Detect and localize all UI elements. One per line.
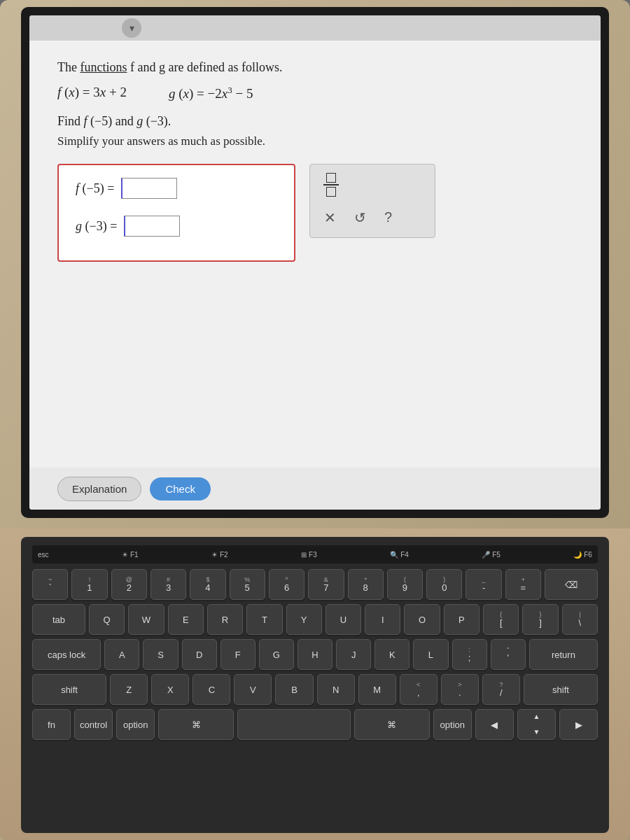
touch-bar: esc ☀ F1 ☀ F2 ⊞ F3 🔍 F4 🎤 F5 🌙 F6: [32, 545, 598, 564]
f1-touch: ☀ F1: [122, 551, 138, 559]
undo-button[interactable]: ↺: [351, 206, 369, 229]
key-caps[interactable]: caps lock: [32, 639, 101, 670]
key-n[interactable]: N: [317, 674, 355, 705]
symbol-panel: ✕ ↺ ?: [309, 164, 435, 238]
functions-link[interactable]: functions: [80, 60, 127, 74]
key-w[interactable]: W: [128, 604, 164, 635]
f-definition: f (x) = 3x + 2: [57, 85, 127, 102]
key-option-right[interactable]: option: [433, 709, 472, 740]
key-o[interactable]: O: [404, 604, 440, 635]
key-0[interactable]: ) 0: [426, 569, 462, 600]
key-v[interactable]: V: [234, 674, 272, 705]
answer-input-box: f (−5) = g (−3) =: [57, 164, 295, 262]
key-return[interactable]: return: [529, 639, 598, 670]
key-space[interactable]: [237, 709, 350, 740]
key-t[interactable]: T: [246, 604, 282, 635]
key-arrow-left[interactable]: ◀: [475, 709, 514, 740]
functions-definition: f (x) = 3x + 2 g (x) = −2x3 − 5: [57, 85, 573, 102]
key-4[interactable]: $ 4: [190, 569, 225, 600]
keyboard-area: esc ☀ F1 ☀ F2 ⊞ F3 🔍 F4 🎤 F5 🌙 F6 ~ ` ! …: [0, 528, 630, 840]
key-arrow-right[interactable]: ▶: [559, 709, 598, 740]
key-j[interactable]: J: [336, 639, 371, 670]
key-control[interactable]: control: [74, 709, 113, 740]
key-8[interactable]: * 8: [348, 569, 384, 600]
key-command-right[interactable]: ⌘: [354, 709, 430, 740]
key-k[interactable]: K: [374, 639, 410, 670]
key-shift-right[interactable]: shift: [524, 674, 598, 705]
key-option-left[interactable]: option: [116, 709, 155, 740]
key-quote[interactable]: " ': [491, 639, 526, 670]
f3-touch: ⊞ F3: [301, 551, 316, 559]
key-g[interactable]: G: [259, 639, 294, 670]
key-f[interactable]: F: [220, 639, 255, 670]
key-comma[interactable]: < ,: [400, 674, 438, 705]
key-tilde[interactable]: ~ `: [32, 569, 68, 600]
g-answer-input[interactable]: [124, 216, 180, 237]
key-1[interactable]: ! 1: [71, 569, 107, 600]
key-u[interactable]: U: [326, 604, 361, 635]
key-z[interactable]: Z: [110, 674, 148, 705]
key-l[interactable]: L: [413, 639, 448, 670]
esc-touch: esc: [38, 551, 49, 559]
qwerty-row: tab Q W E R T Y: [32, 604, 598, 635]
f6-touch: 🌙 F6: [573, 551, 592, 559]
key-s[interactable]: S: [143, 639, 178, 670]
key-command-left[interactable]: ⌘: [158, 709, 234, 740]
key-arrow-updown[interactable]: ▲ ▼: [517, 709, 556, 740]
key-delete[interactable]: ⌫: [545, 569, 598, 600]
key-2[interactable]: @ 2: [111, 569, 147, 600]
key-semicolon[interactable]: : ;: [452, 639, 487, 670]
key-fn[interactable]: fn: [32, 709, 71, 740]
key-x[interactable]: X: [151, 674, 189, 705]
key-minus[interactable]: _ -: [465, 569, 501, 600]
key-r[interactable]: R: [207, 604, 243, 635]
keyboard-inner: esc ☀ F1 ☀ F2 ⊞ F3 🔍 F4 🎤 F5 🌙 F6 ~ ` ! …: [21, 537, 609, 833]
f5-touch: 🎤 F5: [482, 551, 500, 559]
main-content: The functions f and g are defined as fol…: [29, 41, 601, 468]
key-equals[interactable]: + =: [505, 569, 541, 600]
key-i[interactable]: I: [365, 604, 400, 635]
key-6[interactable]: ^ 6: [269, 569, 304, 600]
key-5[interactable]: % 5: [230, 569, 265, 600]
f-input-label: f (−5) =: [76, 181, 114, 196]
clear-button[interactable]: ✕: [321, 206, 339, 229]
key-3[interactable]: # 3: [150, 569, 186, 600]
laptop-body: ▾ The functions f and g are defined as f…: [0, 0, 630, 840]
key-e[interactable]: E: [168, 604, 204, 635]
check-button[interactable]: Check: [150, 477, 211, 500]
key-h[interactable]: H: [298, 639, 332, 670]
key-p[interactable]: P: [444, 604, 479, 635]
fraction-symbol[interactable]: [321, 173, 341, 197]
key-period[interactable]: > .: [441, 674, 479, 705]
key-9[interactable]: ( 9: [387, 569, 423, 600]
simplify-instruction: Simplify your answers as much as possibl…: [57, 134, 573, 148]
key-shift-left[interactable]: shift: [32, 674, 106, 705]
key-bracket-open[interactable]: { [: [483, 604, 519, 635]
key-backslash[interactable]: | \: [562, 604, 598, 635]
fraction-numerator-box: [326, 173, 336, 183]
chevron-button[interactable]: ▾: [122, 18, 141, 38]
f2-touch: ☀ F2: [211, 551, 227, 559]
screen-content: ▾ The functions f and g are defined as f…: [29, 15, 601, 510]
key-bracket-close[interactable]: } ]: [522, 604, 558, 635]
key-y[interactable]: Y: [286, 604, 322, 635]
help-button[interactable]: ?: [382, 206, 395, 228]
f-input-row: f (−5) =: [76, 178, 277, 199]
key-q[interactable]: Q: [89, 604, 125, 635]
symbol-buttons-row: ✕ ↺ ?: [321, 206, 424, 229]
key-a[interactable]: A: [104, 639, 139, 670]
key-tab[interactable]: tab: [32, 604, 85, 635]
explanation-button[interactable]: Explanation: [57, 477, 141, 501]
top-bar: ▾: [29, 15, 601, 41]
key-c[interactable]: C: [192, 674, 230, 705]
zxcv-row: shift Z X C V B N: [32, 674, 598, 705]
key-m[interactable]: M: [358, 674, 396, 705]
f-answer-input[interactable]: [121, 178, 177, 199]
key-slash[interactable]: ? /: [482, 674, 520, 705]
intro-text2: f and g are defined as follows.: [127, 60, 282, 74]
key-b[interactable]: B: [275, 674, 313, 705]
key-d[interactable]: D: [182, 639, 217, 670]
f4-touch: 🔍 F4: [390, 551, 408, 559]
key-7[interactable]: & 7: [308, 569, 344, 600]
input-area: f (−5) = g (−3) =: [57, 164, 573, 262]
